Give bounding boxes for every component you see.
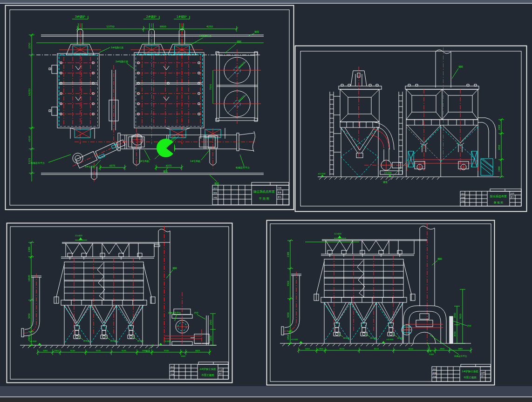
f2-ldim-1: 14085: [28, 275, 30, 281]
valve-label-1: 卸灰阀: [83, 340, 89, 342]
plan-title-1: 除尘系统总布置: [253, 190, 275, 194]
id-fan: [164, 292, 209, 345]
dim-4375-a: 4375: [109, 164, 116, 167]
esp-side-single: [330, 67, 406, 177]
plan-platform-left-label: 检修起吊平台: [31, 161, 45, 165]
tb-scale: 比例: [219, 369, 223, 371]
tb-design: 设计: [461, 193, 465, 195]
chimney-plan-frame: Φ4500 Φ4500 7500: [209, 49, 261, 124]
plan-ldim-0: 2250: [28, 43, 31, 49]
tb-scale: 比例: [511, 192, 514, 194]
front2-right-annot: 检修起吊平台 栏杆 2500 2500: [168, 311, 216, 345]
sheet-front-view-2[interactable]: 13.600 卸灰阀 卸灰阀 卸灰阀: [6, 222, 233, 383]
f1-bdim-5: 1300: [429, 353, 434, 355]
front2-title-2: 布置正视图: [201, 374, 214, 377]
side-title-2: 侧 视 图: [493, 201, 503, 204]
level-left: ±0.000: [29, 340, 37, 342]
chimney-dia-1: Φ4500: [238, 61, 246, 68]
rail-label: 栏杆: [467, 325, 472, 327]
plan-center-channel: [109, 65, 143, 145]
chimney-front: 烟囱: [420, 223, 442, 343]
f2-bdim-1: 1500: [54, 349, 59, 352]
tb-scale: 比例: [481, 371, 485, 374]
plan-flue-top-label: 烟道: [254, 30, 259, 34]
baghouse-body: [314, 255, 415, 331]
plan-top-dims: 13750 8800 4250: [76, 25, 238, 32]
level-mid: ±0.000: [386, 338, 394, 341]
front2-bottom-dims: 3050 1500 5140 5140 5140 3060 5745 1000 …: [36, 349, 211, 357]
f1-ldim-3: 3850: [287, 335, 289, 340]
f2-bdim-4: 5140: [122, 349, 127, 352]
window-top-bar: [0, 0, 532, 4]
f1-ldim-0: 2380: [287, 252, 289, 257]
titleblock-front2: 设计 校核 审核 比例 图号 2#炉除尘系统 布置正视图: [170, 362, 228, 379]
side-rdim-1: 3050: [498, 145, 500, 150]
f1-bdim-0: 3200: [305, 348, 310, 350]
plan-chimney-label: 烟囱: [237, 40, 241, 43]
valve-label-1: 卸灰阀: [343, 337, 349, 340]
outlet-transitions: [70, 128, 225, 139]
side-ladder: [330, 92, 341, 175]
f2-bdim-5: 3060: [142, 349, 147, 352]
front1-left-dims: 2380 9560 5050 3850: [287, 239, 293, 345]
platform-label: 检修起吊平台: [454, 355, 467, 358]
f1-bdim-4: 6110: [409, 348, 414, 350]
boiler1-label: 1#锅炉: [177, 15, 187, 19]
f1-ldim-2: 5050: [287, 312, 289, 318]
window-footer: [0, 397, 532, 402]
hoppers: 卸灰阀 卸灰阀 卸灰阀: [64, 305, 143, 345]
valve-label-2: 卸灰阀: [370, 337, 376, 340]
dim-13750: 13750: [106, 25, 115, 28]
esp-side-double: [399, 47, 496, 177]
side-flue-label: 烟道: [383, 181, 388, 184]
fan3-label: 3#引风机: [85, 165, 95, 168]
tb-drawno: 图号: [278, 196, 281, 198]
titleblock-side: 设计 校核 审核 比例 图号 除尘系统布置 侧 视 图: [460, 189, 521, 206]
f2-bdim-8: 4825: [195, 349, 200, 352]
f2-bdim-7: 1000: [181, 355, 186, 357]
tb-drawno: 图号: [219, 373, 223, 375]
tb-audit: 审核: [461, 200, 465, 202]
f2-ldim-0: 2380: [28, 247, 30, 252]
chimney-label: 烟囱: [172, 267, 177, 270]
boiler2-label: 2#锅炉: [146, 15, 157, 19]
f1-bdim-3: 6110: [374, 348, 379, 350]
f1-rdim-2: 7625: [459, 314, 462, 319]
boiler3-label: 3#锅炉: [75, 15, 86, 19]
plan-flue-mid-label: 烟道: [163, 170, 168, 173]
level-left: ±0.000: [291, 338, 298, 341]
sheet-plan-view[interactable]: 3#锅炉 2#锅炉 1#锅炉 13750 8800 4250: [5, 5, 294, 210]
plan-rails: [36, 35, 264, 174]
roof-truss: 13.600: [305, 233, 427, 257]
front1-title-1: 1#炉除尘系统: [462, 370, 478, 373]
chimney-dia-2: Φ4500: [238, 94, 246, 102]
tb-drawno: 图号: [481, 375, 485, 377]
platform-label: 检修起吊平台: [168, 311, 181, 315]
level-right: ±0.000: [164, 340, 171, 342]
plan-title-2: 平 面 图: [259, 197, 269, 201]
top-level-label: 13.600: [75, 234, 82, 237]
front1-bottom-dims: 3200 1500 6110 6110 6110 1300 2500 3850: [297, 348, 472, 355]
sheet-front-view-1[interactable]: 13.600 卸灰阀 卸灰阀 卸灰阀: [266, 220, 495, 386]
esp3-plan: [49, 54, 99, 128]
f1-bdim-7: 3850: [458, 348, 463, 350]
side-title-1: 除尘系统布置: [490, 194, 507, 198]
roof-truss: 13.600: [61, 234, 160, 260]
front2-title-1: 2#炉除尘系统: [199, 368, 216, 371]
chimney-front: 烟囱: [154, 226, 177, 345]
plan-ldim-3: 5125: [28, 158, 31, 164]
round-flue-section: Φ4500: [155, 135, 179, 159]
titleblock-plan: 设计 校核 审核 比例 数量 图号 除尘系统总布置 平 面 图: [212, 182, 289, 205]
inlet-transitions: [59, 29, 203, 55]
sheet-side-view[interactable]: 3500 3050 1900 烟囱 ±0.000 ±0.000 烟道 设计 校核…: [294, 45, 527, 212]
sheet-border: [7, 223, 232, 383]
f2-ldim-2: 5050: [28, 313, 30, 319]
dim-4250: 4250: [206, 25, 213, 28]
f1-rdim-1: 3050: [454, 331, 456, 337]
chimney-label: 烟囱: [437, 257, 442, 261]
window-bottom-bar: [0, 386, 532, 397]
side-rdim-0: 3500: [498, 125, 500, 130]
tb-drawno: 图号: [511, 196, 514, 198]
plan-left-dims: 2250 16250 4100 5125: [28, 34, 34, 181]
inlet-duct: [281, 272, 301, 335]
